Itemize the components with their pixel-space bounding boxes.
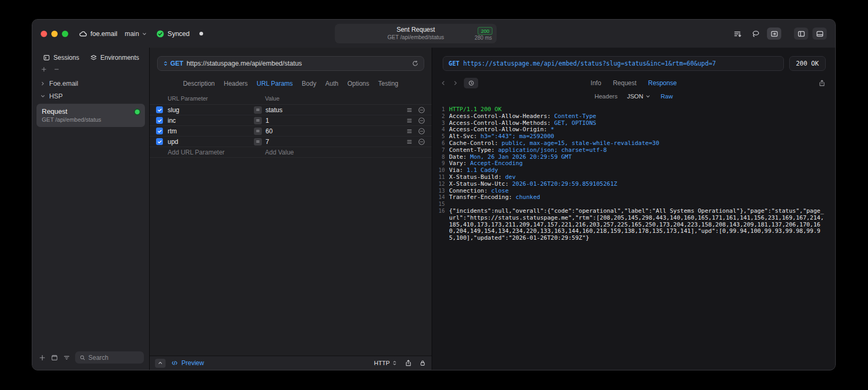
lock-button[interactable] [419, 359, 426, 367]
app-window: foe.email main Synced Sent Request GET /… [32, 19, 836, 370]
sidebar-search[interactable] [75, 351, 144, 364]
tab-sessions[interactable]: Sessions [43, 54, 79, 61]
line-code: Vary: Accept-Encoding [449, 160, 827, 167]
remove-param-button[interactable] [418, 138, 425, 146]
synced-check-icon [156, 30, 165, 38]
share-icon [405, 359, 412, 367]
new-request-button[interactable] [39, 354, 46, 361]
clock-icon [468, 80, 474, 86]
project-switcher[interactable]: foe.email [79, 30, 117, 38]
tree-item-foe-email[interactable]: Foe.email [36, 77, 145, 90]
titlebar: foe.email main Synced Sent Request GET /… [32, 20, 835, 48]
sidebar-footer [32, 347, 149, 370]
param-value[interactable]: 7 [266, 138, 406, 146]
tab-description[interactable]: Description [183, 80, 215, 87]
remove-param-button[interactable] [418, 128, 425, 135]
param-name[interactable]: upd [168, 138, 254, 146]
response-top-row: GET https://statuspage.me/api/embed/stat… [432, 48, 835, 76]
param-name[interactable]: slug [168, 106, 254, 114]
response-body[interactable]: 1 HTTP/1.1 200 OK 2 Access-Control-Allow… [432, 103, 835, 370]
swap-panels-button[interactable] [767, 28, 781, 40]
param-value[interactable]: 1 [266, 117, 406, 124]
tab-url-params[interactable]: URL Params [257, 80, 293, 87]
param-row[interactable]: inc 1 [150, 115, 432, 126]
toggle-bottombar-button[interactable] [812, 28, 827, 40]
param-checkbox[interactable] [156, 138, 163, 145]
add-param-row[interactable]: Add URL Parameter Add Value [150, 147, 432, 158]
sent-request-line[interactable]: GET https://statuspage.me/api/embed/stat… [443, 56, 784, 71]
tab-options[interactable]: Options [348, 80, 369, 87]
param-value[interactable]: status [266, 106, 406, 114]
builder-tabs: Description Headers URL Params Body Auth… [150, 75, 432, 92]
project-name: foe.email [90, 30, 117, 38]
subtab-headers[interactable]: Headers [595, 93, 617, 99]
method-selector[interactable]: GET [162, 60, 184, 67]
tab-request[interactable]: Request [613, 79, 637, 87]
remove-item-button[interactable] [53, 66, 60, 72]
export-response-button[interactable] [818, 79, 826, 87]
row-options-icon[interactable] [406, 128, 413, 134]
zoom-window-button[interactable] [62, 31, 68, 37]
url-bar[interactable]: GET https://statuspage.me/api/embed/stat… [157, 56, 424, 71]
param-name[interactable]: rtm [168, 128, 254, 135]
tab-body[interactable]: Body [302, 80, 316, 87]
tab-headers[interactable]: Headers [224, 80, 248, 87]
new-group-button[interactable] [51, 354, 58, 361]
tab-testing[interactable]: Testing [378, 80, 398, 87]
sync-status[interactable]: Synced [156, 30, 190, 38]
subtab-json[interactable]: JSON [627, 93, 651, 99]
add-param-value-placeholder[interactable]: Add Value [265, 149, 294, 156]
param-row[interactable]: upd 7 [150, 137, 432, 147]
tab-info[interactable]: Info [591, 79, 601, 87]
equals-type-icon [254, 117, 262, 124]
toggle-sidebar-button[interactable] [794, 28, 808, 40]
row-options-icon[interactable] [406, 139, 413, 145]
protocol-selector[interactable]: HTTP [374, 360, 398, 366]
param-checkbox[interactable] [156, 128, 163, 134]
param-checkbox[interactable] [156, 117, 163, 124]
chevron-up-icon [157, 360, 163, 366]
param-name[interactable]: inc [168, 117, 254, 124]
param-checkbox[interactable] [156, 106, 163, 113]
param-value[interactable]: 60 [266, 128, 406, 135]
tree-item-hsp[interactable]: HSP [36, 90, 145, 103]
param-row[interactable]: slug status [150, 105, 432, 115]
search-input[interactable] [88, 354, 139, 361]
remove-param-button[interactable] [418, 117, 425, 124]
row-options-icon[interactable] [406, 107, 413, 113]
request-summary[interactable]: Sent Request GET /api/embed/status 200 2… [335, 24, 497, 43]
request-list-item-selected[interactable]: Request GET /api/embed/status [36, 104, 145, 127]
export-button[interactable] [405, 359, 412, 367]
history-back-button[interactable] [440, 79, 447, 87]
sort-button[interactable] [730, 28, 744, 40]
request-builder-pane: GET https://statuspage.me/api/embed/stat… [150, 48, 432, 370]
updown-chevrons-icon [391, 360, 398, 366]
add-param-name-placeholder[interactable]: Add URL Parameter [168, 149, 265, 156]
resend-request-button[interactable] [412, 60, 419, 67]
minimize-window-button[interactable] [51, 31, 58, 37]
tab-environments[interactable]: Environments [90, 54, 139, 61]
cloud-icon [79, 30, 87, 38]
check-icon [157, 107, 162, 113]
tab-response[interactable]: Response [648, 79, 677, 87]
branch-selector[interactable]: main [125, 30, 148, 38]
preview-button[interactable]: Preview [171, 359, 204, 367]
param-row[interactable]: rtm 60 [150, 126, 432, 137]
add-item-button[interactable] [41, 66, 47, 72]
line-number: 6 [435, 140, 449, 147]
list-options-button[interactable] [63, 354, 70, 361]
swap-panels-icon [770, 30, 779, 38]
history-button[interactable] [464, 78, 478, 88]
subtab-raw[interactable]: Raw [661, 93, 673, 99]
close-window-button[interactable] [41, 31, 47, 37]
expand-editor-button[interactable] [155, 359, 166, 368]
lasso-button[interactable] [748, 28, 763, 40]
sessions-icon [43, 54, 50, 61]
url-input[interactable]: https://statuspage.me/api/embed/status [187, 60, 408, 67]
line-number: 7 [435, 147, 449, 154]
tab-auth[interactable]: Auth [325, 80, 339, 87]
history-forward-button[interactable] [452, 79, 459, 87]
remove-param-button[interactable] [418, 106, 425, 114]
line-number: 1 [435, 106, 449, 113]
row-options-icon[interactable] [406, 117, 413, 124]
